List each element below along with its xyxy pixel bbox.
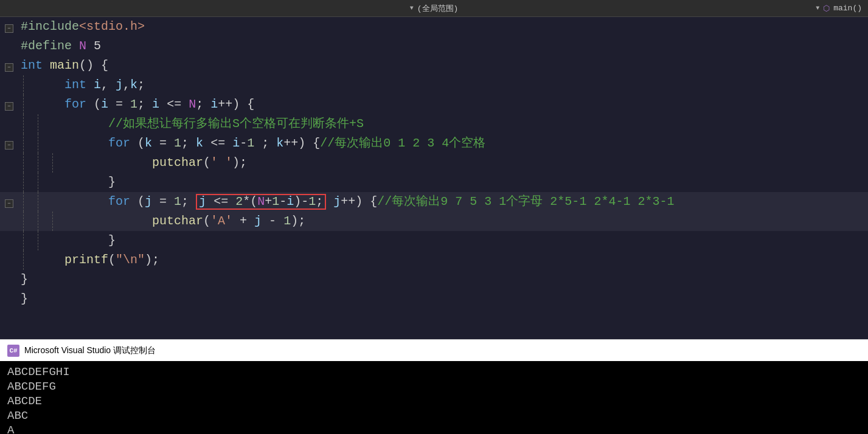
collapse-btn-3[interactable]: − <box>5 63 13 72</box>
code-line-4: int i, j,k; <box>0 75 868 95</box>
code-line-11: putchar('A' + j - 1); <box>0 212 868 231</box>
code-line-13: printf("\n"); <box>0 250 868 270</box>
scope-label: (全局范围) <box>417 3 459 14</box>
collapse-btn-7[interactable]: − <box>5 141 13 150</box>
dropdown-arrow-left: ▼ <box>410 5 414 12</box>
code-text-6: //如果想让每行多输出S个空格可在判断条件+S <box>47 114 868 134</box>
code-line-9: } <box>0 173 868 192</box>
func-label: main() <box>833 4 862 13</box>
code-line-8: putchar(' '); <box>0 153 868 173</box>
vs-icon: C# <box>7 345 19 357</box>
gutter-9 <box>0 173 18 192</box>
code-text-4: int i, j,k; <box>33 75 868 95</box>
code-line-14: } <box>0 270 868 289</box>
gutter-13 <box>0 250 18 270</box>
code-text-5: for (i = 1; i <= N; i++) { <box>33 95 868 114</box>
code-line-1: − #include<stdio.h> <box>0 17 868 36</box>
function-selector[interactable]: ▼ ⬡ main() <box>816 4 862 13</box>
gutter-11 <box>0 212 18 231</box>
gutter-12 <box>0 231 18 250</box>
code-text-13: printf("\n"); <box>33 250 868 270</box>
code-text-10: for (j = 1; j <= 2*(N+1-i)-1; j++) {//每次… <box>47 192 868 212</box>
gutter-5: − <box>0 95 18 114</box>
code-text-8: putchar(' '); <box>62 153 868 173</box>
code-text-7: for (k = 1; k <= i-1 ; k++) {//每次输出0 1 2… <box>47 134 868 153</box>
console-title: Microsoft Visual Studio 调试控制台 <box>24 345 156 356</box>
code-text-15: } <box>18 289 868 309</box>
code-line-10: − for (j = 1; j <= 2*(N+1-i)-1; j++) {//… <box>0 192 868 212</box>
code-line-12: } <box>0 231 868 250</box>
console-header: C# Microsoft Visual Studio 调试控制台 <box>0 339 868 361</box>
collapse-btn-1[interactable]: − <box>5 24 13 33</box>
gutter-10: − <box>0 192 18 212</box>
code-line-3: − int main() { <box>0 56 868 75</box>
gutter-15 <box>0 289 18 309</box>
dropdown-arrow-right: ▼ <box>816 5 819 12</box>
gutter-14 <box>0 270 18 289</box>
code-text-9: } <box>47 173 868 192</box>
console-line-2: ABCDEFG <box>7 379 861 394</box>
code-editor: − #include<stdio.h> #define N 5 − int ma… <box>0 17 868 339</box>
code-line-15: } <box>0 289 868 309</box>
gutter-7: − <box>0 134 18 153</box>
console-line-4: ABC <box>7 408 861 423</box>
scope-selector[interactable]: ▼ (全局范围) <box>410 3 459 14</box>
code-text-14: } <box>18 270 868 289</box>
gutter-3: − <box>0 56 18 75</box>
gutter-2 <box>0 36 18 56</box>
gutter-1: − <box>0 17 18 36</box>
top-bar: ▼ (全局范围) ▼ ⬡ main() <box>0 0 868 17</box>
console-line-1: ABCDEFGHI <box>7 365 861 379</box>
gutter-4 <box>0 75 18 95</box>
code-text-12: } <box>47 231 868 250</box>
code-content[interactable]: − #include<stdio.h> #define N 5 − int ma… <box>0 17 868 339</box>
code-text-3: int main() { <box>18 56 868 75</box>
console-output: ABCDEFGHI ABCDEFG ABCDE ABC A <box>0 361 868 434</box>
console-line-3: ABCDE <box>7 394 861 408</box>
code-line-7: − for (k = 1; k <= i-1 ; k++) {//每次输出0 1… <box>0 134 868 153</box>
collapse-btn-10[interactable]: − <box>5 199 13 208</box>
code-text-11: putchar('A' + j - 1); <box>62 212 868 231</box>
code-line-5: − for (i = 1; i <= N; i++) { <box>0 95 868 114</box>
code-line-6: //如果想让每行多输出S个空格可在判断条件+S <box>0 114 868 134</box>
code-text-1: #include<stdio.h> <box>18 17 868 36</box>
code-line-2: #define N 5 <box>0 36 868 56</box>
console-line-5: A <box>7 423 861 434</box>
func-icon: ⬡ <box>823 4 830 13</box>
collapse-btn-5[interactable]: − <box>5 102 13 111</box>
gutter-6 <box>0 114 18 134</box>
code-text-2: #define N 5 <box>18 36 868 56</box>
gutter-8 <box>0 153 18 173</box>
